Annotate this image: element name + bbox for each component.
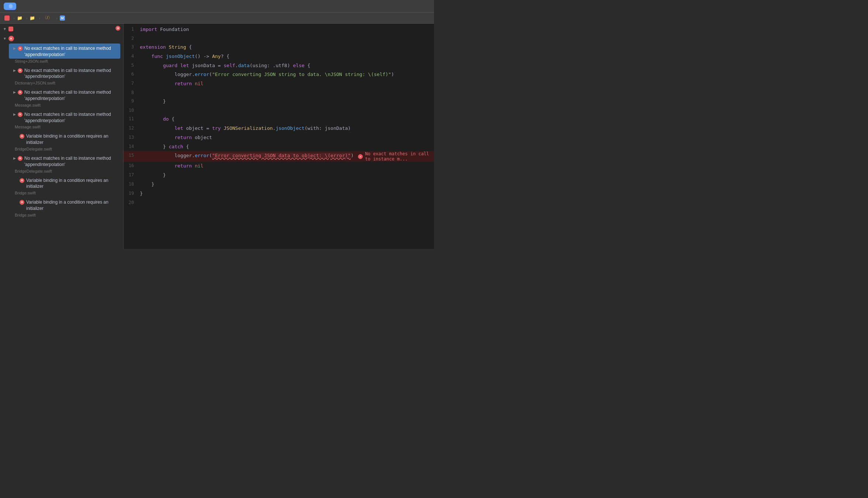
line-number-20: 20 <box>124 198 138 207</box>
error-icon-sm: ✕ <box>18 46 23 51</box>
issue-chevron[interactable]: ▶ <box>13 69 16 72</box>
line-content-12: let object = try JSONSerialization.jsonO… <box>138 124 434 133</box>
line-number-5: 5 <box>124 61 138 70</box>
line-number-4: 4 <box>124 52 138 60</box>
issue-chevron[interactable]: ▶ <box>13 113 16 116</box>
breadcrumb-extensions[interactable]: 📁 <box>30 15 37 21</box>
issue-text: Variable binding in a condition requires… <box>26 177 117 190</box>
method-icon: M <box>60 15 65 21</box>
issue-item-8[interactable]: ✕Variable binding in a condition require… <box>9 197 120 212</box>
issue-text: No exact matches in call to instance met… <box>24 45 117 58</box>
issue-file-5: BridgeDelegate.swift <box>7 147 122 153</box>
issue-block-4: ▶✕No exact matches in call to instance m… <box>7 110 122 131</box>
issue-item-1[interactable]: ▶✕No exact matches in call to instance m… <box>9 44 120 59</box>
code-area: 1import Foundation23extension String {4 … <box>124 24 434 208</box>
code-line-6: 6 logger.error("Error converting JSON st… <box>124 70 434 79</box>
line-content-8 <box>138 89 434 90</box>
line-content-10 <box>138 106 434 108</box>
line-content-5: guard let jsonData = self.data(using: .u… <box>138 61 434 70</box>
breadcrumb-sep-4: › <box>56 16 58 20</box>
breadcrumb-method[interactable]: M <box>60 15 66 21</box>
line-number-2: 2 <box>124 34 138 43</box>
line-content-2 <box>138 34 434 36</box>
code-line-13: 13 return object <box>124 133 434 142</box>
breadcrumb-stringjson[interactable]: 〈/〉 <box>42 15 54 21</box>
issue-chevron[interactable]: ▶ <box>13 46 16 50</box>
line-number-14: 14 <box>124 142 138 151</box>
issue-text: Variable binding in a condition requires… <box>26 133 117 146</box>
breadcrumb-sep-3: › <box>39 16 40 20</box>
issue-file-3: Message.swift <box>7 103 122 109</box>
tab-buildtime[interactable] <box>4 3 16 10</box>
line-content-9: } <box>138 97 434 106</box>
project-icon <box>8 27 13 31</box>
line-content-20 <box>138 198 434 200</box>
issue-list: ▶✕No exact matches in call to instance m… <box>0 44 123 219</box>
line-content-16: return nil <box>138 162 434 171</box>
issue-chevron[interactable]: ▶ <box>13 90 16 94</box>
code-line-9: 9 } <box>124 97 434 106</box>
code-line-17: 17 } <box>124 171 434 180</box>
issue-file-1: String+JSON.swift <box>7 59 122 65</box>
line-number-11: 11 <box>124 115 138 123</box>
top-bar <box>0 0 434 13</box>
issue-block-5: ✕Variable binding in a condition require… <box>7 131 122 153</box>
editor[interactable]: 1import Foundation23extension String {4 … <box>124 24 434 249</box>
issue-text: No exact matches in call to instance met… <box>24 89 117 102</box>
issue-item-5[interactable]: ✕Variable binding in a condition require… <box>9 131 120 146</box>
issue-file-7: Bridge.swift <box>7 191 122 197</box>
breadcrumb-sep-1: › <box>13 16 15 20</box>
error-group-header: ▼ ✕ <box>0 34 123 43</box>
error-annotation-15: ✕ No exact matches in call to instance m… <box>358 151 434 162</box>
swift-file-icon: 〈/〉 <box>42 15 52 21</box>
line-content-17: } <box>138 171 434 180</box>
error-icon-sm: ✕ <box>20 134 24 139</box>
line-content-13: return object <box>138 133 434 142</box>
close-button[interactable]: ✕ <box>116 26 120 32</box>
issue-item-4[interactable]: ▶✕No exact matches in call to instance m… <box>9 110 120 125</box>
line-content-14: } catch { <box>138 142 434 152</box>
line-number-19: 19 <box>124 189 138 198</box>
code-line-18: 18 } <box>124 180 434 189</box>
code-line-10: 10 <box>124 106 434 115</box>
breadcrumb-strada[interactable] <box>4 15 11 21</box>
project-header: ▼ ✕ <box>0 24 123 34</box>
issue-file-8: Bridge.swift <box>7 213 122 219</box>
line-number-9: 9 <box>124 97 138 106</box>
issue-item-6[interactable]: ▶✕No exact matches in call to instance m… <box>9 153 120 169</box>
breadcrumb-bar: › 📁 › 📁 › 〈/〉 › M <box>0 13 434 24</box>
error-ann-text: No exact matches in call to instance m..… <box>365 151 434 162</box>
breadcrumb-sep-2: › <box>26 16 28 20</box>
issue-item-7[interactable]: ✕Variable binding in a condition require… <box>9 176 120 191</box>
error-icon-sm: ✕ <box>20 200 24 205</box>
issue-text: Variable binding in a condition requires… <box>26 199 117 212</box>
error-icon-sm: ✕ <box>18 90 23 95</box>
line-number-17: 17 <box>124 171 138 179</box>
sidebar: ▼ ✕ ▼ ✕ ▶✕No exact matches in call to in… <box>0 24 124 249</box>
issue-item-2[interactable]: ▶✕No exact matches in call to instance m… <box>9 66 120 81</box>
code-line-2: 2 <box>124 34 434 43</box>
code-line-20: 20 <box>124 198 434 207</box>
error-badge: ✕ <box>8 36 14 41</box>
code-line-7: 7 return nil <box>124 79 434 89</box>
issue-chevron[interactable]: ▶ <box>13 156 16 160</box>
line-content-18: } <box>138 180 434 189</box>
project-chevron[interactable]: ▼ <box>3 27 7 31</box>
issue-text: No exact matches in call to instance met… <box>24 155 117 168</box>
line-number-6: 6 <box>124 70 138 79</box>
tab-runtime[interactable] <box>19 5 25 7</box>
strada-icon <box>4 15 10 21</box>
group-chevron[interactable]: ▼ <box>3 37 7 41</box>
breadcrumb-source[interactable]: 📁 <box>17 15 24 21</box>
line-number-8: 8 <box>124 89 138 97</box>
issue-file-2: Dictionary+JSON.swift <box>7 81 122 87</box>
issue-item-3[interactable]: ▶✕No exact matches in call to instance m… <box>9 87 120 103</box>
issue-block-6: ▶✕No exact matches in call to instance m… <box>7 153 122 175</box>
buildtime-count <box>9 4 13 8</box>
issue-block-2: ▶✕No exact matches in call to instance m… <box>7 66 122 87</box>
line-number-1: 1 <box>124 25 138 34</box>
line-content-7: return nil <box>138 79 434 89</box>
line-content-4: func jsonObject() -> Any? { <box>138 52 434 61</box>
code-line-1: 1import Foundation <box>124 25 434 34</box>
line-number-10: 10 <box>124 106 138 115</box>
